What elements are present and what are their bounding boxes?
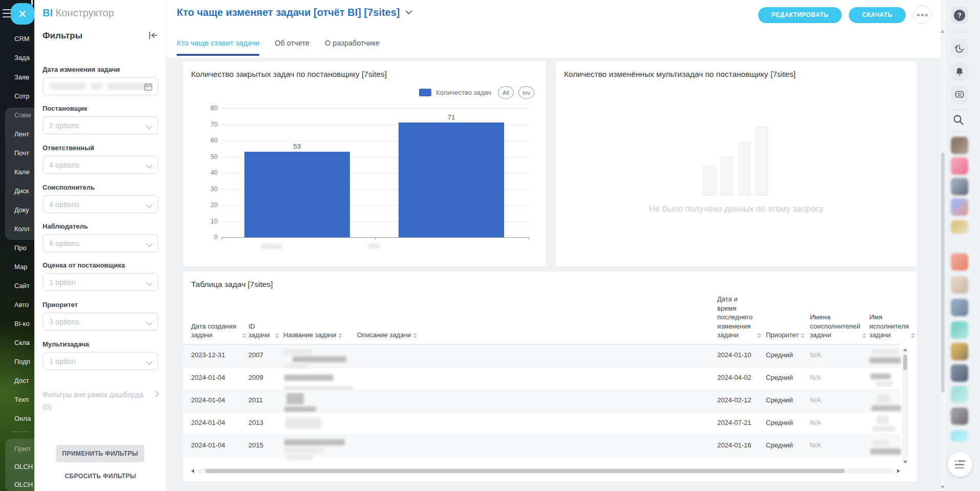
- tab-about-developer[interactable]: О разработчике: [325, 39, 380, 56]
- sidebar-item-bi-constructor[interactable]: BI-ко: [14, 320, 30, 328]
- sidebar-item-mail[interactable]: Почт: [14, 149, 29, 157]
- legend-inv-toggle[interactable]: Inv: [518, 86, 534, 99]
- avatar[interactable]: [951, 386, 968, 403]
- sidebar-item-online[interactable]: Онла: [14, 415, 31, 422]
- edit-button[interactable]: РЕДАКТИРОВАТЬ: [758, 7, 842, 23]
- avatar[interactable]: [951, 220, 968, 234]
- date-filter-input[interactable]: [43, 77, 158, 95]
- download-button[interactable]: СКАЧАТЬ: [849, 7, 906, 23]
- creator-filter-select[interactable]: 2 options: [43, 116, 158, 134]
- col-executor[interactable]: Имя исполнителя задачи: [869, 313, 913, 340]
- sort-icon[interactable]: [757, 333, 761, 340]
- sidebar-item-projects[interactable]: Про: [14, 244, 27, 252]
- col-id[interactable]: ID задачи: [248, 322, 279, 340]
- bar-series-1[interactable]: 71: [399, 122, 504, 237]
- table-horizontal-scrollbar[interactable]: [191, 468, 900, 474]
- sort-icon[interactable]: [911, 333, 915, 340]
- scrollbar-thumb[interactable]: [941, 153, 945, 393]
- sidebar-item-market[interactable]: Мар: [14, 263, 27, 271]
- sidebar-item-tasks[interactable]: Зада: [14, 54, 30, 62]
- col-name[interactable]: Название задачи: [283, 331, 355, 340]
- sidebar-item-olch-2[interactable]: OLCH: [14, 481, 33, 488]
- tab-about-report[interactable]: Об отчете: [275, 39, 309, 56]
- sort-icon[interactable]: [242, 333, 246, 340]
- sidebar-item-feed[interactable]: Лент: [14, 130, 29, 138]
- scroll-down-arrow[interactable]: [941, 486, 945, 489]
- scroll-left-arrow[interactable]: [191, 469, 194, 473]
- avatar[interactable]: [951, 343, 968, 360]
- sidebar-item-calendar[interactable]: Кале: [14, 168, 30, 176]
- sidebar-item-collab[interactable]: Совм: [14, 111, 31, 119]
- scroll-right-arrow[interactable]: [897, 469, 900, 473]
- scroll-up-arrow[interactable]: [903, 349, 907, 351]
- help-button[interactable]: ?: [951, 7, 968, 24]
- sidebar-item-automation[interactable]: Авто: [14, 301, 29, 309]
- avatar[interactable]: [951, 157, 968, 175]
- sidebar-item-sign[interactable]: Подп: [14, 358, 30, 365]
- search-button[interactable]: [952, 114, 966, 127]
- sidebar-item-disk[interactable]: Диск: [14, 187, 29, 195]
- col-created[interactable]: Дата создания задачи: [191, 322, 246, 340]
- avatar[interactable]: [951, 431, 968, 442]
- sort-icon[interactable]: [413, 333, 417, 340]
- scroll-up-arrow[interactable]: [941, 30, 945, 33]
- scroll-down-arrow[interactable]: [903, 461, 907, 463]
- sidebar-item-sites[interactable]: Сайт: [14, 282, 30, 290]
- sidebar-item-crm[interactable]: CRM: [14, 35, 30, 43]
- avatar[interactable]: [951, 299, 968, 316]
- calendar-icon[interactable]: [144, 83, 153, 91]
- col-modified[interactable]: Дата и время последнего изменения задачи: [717, 295, 761, 340]
- sort-icon[interactable]: [801, 333, 805, 340]
- bar-series-0[interactable]: 53: [244, 152, 350, 237]
- scrollbar-thumb[interactable]: [903, 355, 907, 370]
- multitask-filter-select[interactable]: 1 option: [43, 352, 158, 370]
- sidebar-item-docs[interactable]: Доку: [14, 206, 29, 214]
- observer-filter-select[interactable]: 6 options: [43, 234, 158, 252]
- collapse-filters-icon[interactable]: [148, 30, 159, 41]
- responsible-filter-select[interactable]: 4 options: [43, 156, 158, 174]
- sidebar-item-delivery[interactable]: Дост: [14, 377, 29, 384]
- reset-filters-button[interactable]: СБРОСИТЬ ФИЛЬТРЫ: [34, 473, 166, 480]
- avatar[interactable]: [951, 198, 968, 216]
- title-dropdown-chevron-icon[interactable]: [405, 10, 412, 15]
- avatar[interactable]: [951, 253, 968, 271]
- sort-icon[interactable]: [338, 333, 342, 340]
- notifications-button[interactable]: [950, 62, 969, 81]
- sidebar-item-colleagues[interactable]: Колл: [14, 225, 30, 233]
- sidebar-item-requests[interactable]: Заяв: [14, 73, 29, 81]
- scrollbar-thumb[interactable]: [205, 469, 845, 473]
- messenger-button[interactable]: [950, 85, 969, 105]
- sort-icon[interactable]: [862, 333, 866, 340]
- priority-filter-select[interactable]: 3 options: [43, 313, 158, 331]
- tab-who-creates-tasks[interactable]: Кто чаще ставит задачи: [177, 39, 259, 56]
- legend-all-toggle[interactable]: All: [498, 86, 514, 99]
- table-row[interactable]: 2024-01-04 2009 2024-04-02 Средний N/A: [183, 367, 900, 390]
- close-menu-button[interactable]: [11, 3, 34, 25]
- table-row[interactable]: 2024-01-04 2011 2024-02-12 Средний N/A: [183, 390, 900, 412]
- apply-filters-button[interactable]: ПРИМЕНИТЬ ФИЛЬТРЫ: [56, 445, 144, 462]
- sort-icon[interactable]: [275, 333, 279, 340]
- sidebar-item-olch-1[interactable]: OLCH: [14, 463, 33, 470]
- table-row[interactable]: 2024-01-04 2013 2024-07-21 Средний N/A: [183, 412, 900, 435]
- sidebar-item-staff[interactable]: Сотр: [14, 92, 30, 100]
- more-options-button[interactable]: [913, 6, 931, 24]
- avatar[interactable]: [951, 321, 968, 339]
- sidebar-item-apps[interactable]: Прил: [14, 445, 30, 453]
- page-vertical-scrollbar[interactable]: [941, 0, 945, 491]
- col-priority[interactable]: Приоритет: [766, 331, 807, 340]
- avatar[interactable]: [951, 364, 968, 382]
- sidebar-item-tech[interactable]: Техп: [14, 396, 29, 403]
- sidebar-item-warehouse[interactable]: Скла: [14, 339, 30, 346]
- col-desc[interactable]: Описание задачи: [357, 331, 429, 340]
- outer-filters-link[interactable]: Фильтры вне рамок дашборда (0): [43, 388, 150, 413]
- coexecutor-filter-select[interactable]: 4 options: [43, 195, 158, 213]
- rating-filter-select[interactable]: 1 option: [43, 273, 158, 291]
- avatar[interactable]: [951, 178, 968, 195]
- avatar[interactable]: [951, 407, 968, 425]
- avatar[interactable]: [951, 137, 968, 154]
- table-vertical-scrollbar[interactable]: [902, 346, 908, 465]
- col-coexecutors[interactable]: Имена соисполнителей задачи: [810, 313, 866, 340]
- history-button[interactable]: [950, 39, 969, 58]
- table-row[interactable]: 2024-01-04 2015 2024-01-16 Средний N/A: [183, 435, 900, 457]
- quick-list-button[interactable]: [948, 452, 972, 477]
